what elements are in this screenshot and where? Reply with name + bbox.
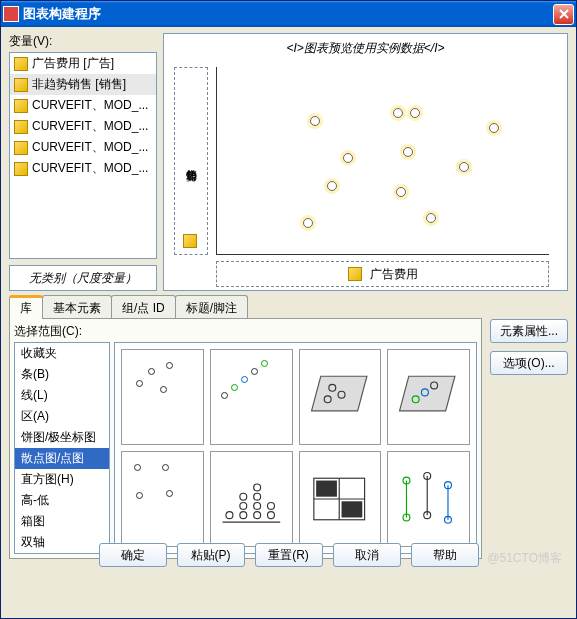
scatter-plot [216, 67, 549, 255]
type-item[interactable]: 直方图(H) [15, 469, 109, 490]
type-item[interactable]: 箱图 [15, 511, 109, 532]
variable-label: 非趋势销售 [销售] [32, 76, 126, 93]
type-item[interactable]: 条(B) [15, 364, 109, 385]
tab-group-point-id[interactable]: 组/点 ID [111, 295, 176, 318]
type-item[interactable]: 高-低 [15, 490, 109, 511]
gallery-grouped-scatter[interactable] [210, 349, 293, 445]
scale-icon [14, 141, 28, 155]
svg-point-13 [253, 512, 260, 519]
x-axis-drop-zone[interactable]: 广告费用 [216, 261, 549, 287]
variable-label: 广告费用 [广告] [32, 55, 114, 72]
paste-button[interactable]: 粘贴(P) [177, 543, 245, 567]
options-button[interactable]: 选项(O)... [490, 351, 568, 375]
scale-icon [14, 162, 28, 176]
variable-item[interactable]: CURVEFIT、MOD_... [10, 158, 156, 179]
type-item[interactable]: 线(L) [15, 385, 109, 406]
variable-label: CURVEFIT、MOD_... [32, 160, 148, 177]
svg-point-12 [240, 493, 247, 500]
variable-item[interactable]: 非趋势销售 [销售] [10, 74, 156, 95]
gallery-drop-line[interactable] [387, 451, 470, 547]
gallery-simple-scatter[interactable] [121, 349, 204, 445]
variable-item[interactable]: CURVEFIT、MOD_... [10, 116, 156, 137]
gallery-matrix-scatter[interactable] [299, 451, 382, 547]
tab-titles-footnotes[interactable]: 标题/脚注 [175, 295, 248, 318]
variable-item[interactable]: CURVEFIT、MOD_... [10, 137, 156, 158]
scale-icon [348, 267, 362, 281]
type-item[interactable]: 区(A) [15, 406, 109, 427]
scale-icon [14, 78, 28, 92]
gallery-3d-scatter[interactable] [299, 349, 382, 445]
tab-library[interactable]: 库 [9, 295, 43, 318]
scale-icon [14, 99, 28, 113]
x-axis-label: 广告费用 [370, 266, 418, 283]
svg-rect-23 [341, 501, 362, 517]
chart-type-list[interactable]: 收藏夹 条(B) 线(L) 区(A) 饼图/极坐标图 散点图/点图 直方图(H)… [14, 342, 110, 554]
svg-point-16 [253, 484, 260, 491]
variables-list[interactable]: 广告费用 [广告] 非趋势销售 [销售] CURVEFIT、MOD_... CU… [9, 52, 157, 259]
svg-point-10 [240, 512, 247, 519]
variable-label: CURVEFIT、MOD_... [32, 97, 148, 114]
gallery-grouped-3d-scatter[interactable] [387, 349, 470, 445]
app-icon [3, 6, 19, 22]
cancel-button[interactable]: 取消 [333, 543, 401, 567]
svg-point-11 [240, 502, 247, 509]
no-category-box: 无类别（尺度变量） [9, 265, 157, 291]
chart-gallery [114, 342, 477, 554]
dialog-footer: 确定 粘贴(P) 重置(R) 取消 帮助 @51CTO博客 [9, 535, 568, 569]
title-bar: 图表构建程序 [1, 1, 576, 27]
svg-point-17 [267, 512, 274, 519]
svg-marker-4 [400, 376, 455, 411]
reset-button[interactable]: 重置(R) [255, 543, 323, 567]
svg-point-9 [226, 512, 233, 519]
svg-point-14 [253, 502, 260, 509]
svg-rect-22 [316, 481, 337, 497]
variables-label: 变量(V): [9, 33, 157, 50]
svg-point-15 [253, 493, 260, 500]
scale-icon [14, 120, 28, 134]
type-item[interactable]: 收藏夹 [15, 343, 109, 364]
scale-icon [183, 234, 197, 248]
variable-item[interactable]: 广告费用 [广告] [10, 53, 156, 74]
ok-button[interactable]: 确定 [99, 543, 167, 567]
type-item[interactable]: 饼图/极坐标图 [15, 427, 109, 448]
tab-bar: 库 基本元素 组/点 ID 标题/脚注 [9, 295, 482, 319]
variable-item[interactable]: CURVEFIT、MOD_... [10, 95, 156, 116]
y-axis-drop-zone[interactable]: 非趋势销售 [174, 67, 208, 255]
type-item[interactable]: 散点图/点图 [15, 448, 109, 469]
variable-label: CURVEFIT、MOD_... [32, 139, 148, 156]
tab-basic-elements[interactable]: 基本元素 [42, 295, 112, 318]
gallery-overlay-scatter[interactable] [121, 451, 204, 547]
choose-from-label: 选择范围(C): [14, 323, 477, 340]
variable-label: CURVEFIT、MOD_... [32, 118, 148, 135]
svg-point-18 [267, 502, 274, 509]
watermark: @51CTO博客 [487, 550, 562, 567]
scale-icon [14, 57, 28, 71]
chart-preview-pane: <I>图表预览使用实例数据</I> 非趋势销售 [163, 33, 568, 291]
close-button[interactable] [553, 4, 574, 25]
close-icon [559, 9, 569, 19]
gallery-dot-plot[interactable] [210, 451, 293, 547]
chart-canvas[interactable]: 非趋势销售 [174, 67, 549, 282]
help-button[interactable]: 帮助 [411, 543, 479, 567]
element-properties-button[interactable]: 元素属性... [490, 319, 568, 343]
svg-marker-0 [311, 376, 366, 411]
preview-title: <I>图表预览使用实例数据</I> [164, 34, 567, 63]
window-title: 图表构建程序 [23, 5, 553, 23]
